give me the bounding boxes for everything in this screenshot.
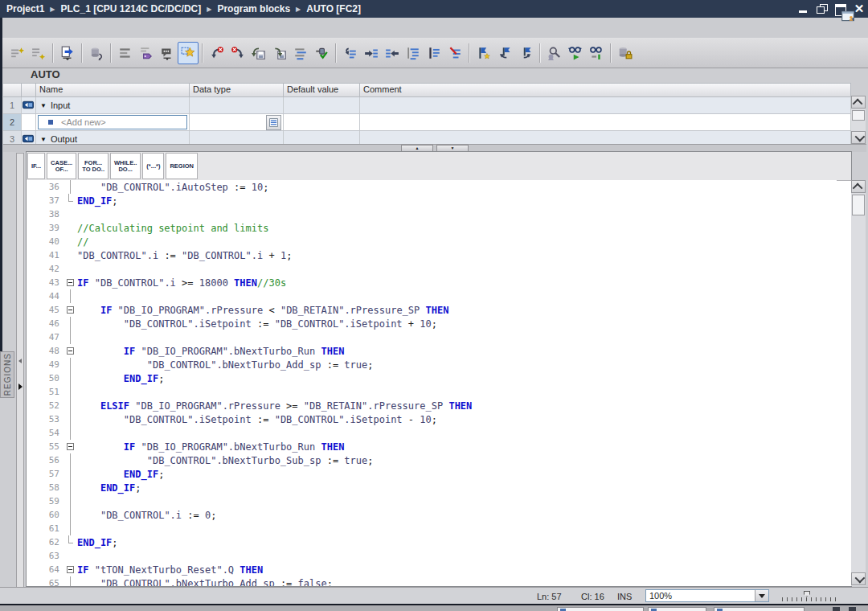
table-scroll-up-button[interactable] — [851, 96, 866, 109]
breadcrumb-item[interactable]: PLC_1 [CPU 1214C DC/DC/DC] — [61, 3, 202, 14]
column-header-name[interactable]: Name — [36, 84, 190, 96]
find-replace-icon[interactable] — [544, 42, 565, 64]
check-consistency-icon[interactable] — [311, 42, 332, 64]
editor-bar-partial-icon — [833, 607, 840, 611]
update-block-call-icon[interactable] — [248, 42, 269, 64]
comment-cell[interactable] — [360, 97, 851, 113]
comment-cell[interactable] — [360, 114, 851, 130]
minimize-button[interactable] — [798, 4, 809, 14]
data-type-cell[interactable] — [190, 114, 284, 130]
column-header-blank[interactable] — [3, 84, 22, 96]
name-cell[interactable]: ▼Input — [36, 97, 190, 113]
editor-scroll-thumb[interactable] — [852, 195, 865, 215]
code-text: END_IF; — [77, 537, 118, 548]
define-tag-icon[interactable] — [136, 42, 157, 64]
open-detached-window-icon[interactable] — [837, 5, 858, 27]
expand-all-icon[interactable] — [290, 42, 311, 64]
restore-down-button[interactable] — [817, 4, 828, 14]
regions-panel-tab[interactable]: REGIONS — [0, 351, 14, 398]
section-icon — [23, 100, 35, 112]
line-number: 50 — [27, 373, 63, 383]
editor-vertical-scrollbar[interactable] — [851, 180, 866, 586]
code-area[interactable]: 36 "DB_CONTROL".iAutoStep := 10;37END_IF… — [27, 180, 837, 586]
fold-column — [63, 317, 77, 330]
monitor-start-icon[interactable] — [565, 42, 586, 64]
splitter-arrow-right-icon[interactable] — [18, 383, 23, 390]
breadcrumb-item[interactable]: Program blocks — [217, 3, 290, 14]
fold-column — [63, 221, 77, 235]
code-line: 45 IF "DB_IO_PROGRAM".rPressure < "DB_RE… — [27, 303, 837, 317]
add-new-input[interactable]: <Add new> — [38, 115, 187, 129]
previous-error-icon[interactable] — [207, 42, 227, 64]
keep-actual-values-icon[interactable] — [86, 42, 107, 64]
fold-collapse-icon[interactable] — [67, 347, 74, 355]
auto-format-icon[interactable] — [403, 42, 424, 64]
table-row-1[interactable]: 1▼Input — [3, 97, 851, 114]
next-error-icon[interactable] — [227, 42, 248, 64]
column-header-blank[interactable] — [22, 84, 36, 96]
next-bookmark-icon[interactable] — [515, 42, 536, 64]
snippet-while-tab[interactable]: WHILE..DO... — [110, 153, 141, 179]
toolbar-separator — [610, 43, 612, 63]
rename-tag-icon[interactable] — [157, 42, 178, 64]
snippet-if-tab[interactable]: IF... — [27, 153, 45, 179]
data-type-cell[interactable] — [190, 97, 284, 113]
column-header-data-type[interactable]: Data type — [190, 84, 284, 96]
breadcrumb-item[interactable]: AUTO [FC2] — [306, 3, 361, 14]
snippets-icon[interactable] — [178, 42, 199, 64]
snippet-for-tab[interactable]: FOR...TO DO.. — [78, 153, 108, 179]
outdent-icon[interactable] — [382, 42, 403, 64]
snippet-region-tab[interactable]: REGION — [166, 153, 198, 179]
expand-arrow-icon[interactable]: ▼ — [40, 136, 47, 143]
editor-scroll-up-button[interactable] — [851, 180, 866, 193]
editor-bar-button[interactable] — [714, 607, 805, 611]
scl-editor: IF...CASE...OF...FOR...TO DO..WHILE..DO.… — [26, 151, 852, 587]
zoom-slider[interactable] — [782, 591, 840, 601]
fold-guide-line — [70, 508, 71, 522]
splitter-arrow-left-icon[interactable] — [18, 359, 22, 363]
line-number: 59 — [27, 496, 63, 506]
zoom-level-dropdown[interactable]: 100% — [645, 589, 769, 602]
table-row-2[interactable]: 2<Add new> — [3, 114, 851, 131]
zoom-slider-handle[interactable] — [804, 591, 810, 597]
table-scroll-down-button[interactable] — [851, 131, 866, 144]
previous-bookmark-icon[interactable] — [494, 42, 515, 64]
insert-line-before-icon[interactable] — [7, 42, 28, 64]
network-overview-icon[interactable] — [115, 42, 136, 64]
line-number: 52 — [27, 400, 63, 411]
regions-splitter-bar[interactable] — [16, 153, 24, 603]
editor-scroll-down-button[interactable] — [851, 572, 866, 585]
column-header-comment[interactable]: Comment — [360, 84, 851, 96]
fold-collapse-icon[interactable] — [67, 306, 74, 314]
fold-collapse-icon[interactable] — [67, 279, 74, 286]
monitor-step-icon[interactable] — [586, 42, 607, 64]
column-header-default-value[interactable]: Default value — [284, 84, 360, 96]
editor-bar-button[interactable] — [648, 607, 706, 611]
expand-arrow-icon[interactable]: ▼ — [40, 102, 47, 109]
default-value-cell[interactable] — [284, 97, 360, 113]
synchronize-block-icon[interactable] — [269, 42, 290, 64]
join-lines-icon[interactable] — [444, 42, 465, 64]
default-value-cell[interactable] — [284, 114, 360, 130]
mark-lines-icon[interactable] — [424, 42, 444, 64]
code-line: 49 "DB_CONTROL".bNextTurbo_Add_sp := tru… — [27, 358, 837, 371]
table-scroll-thumb[interactable] — [852, 110, 865, 121]
snippet-comment-tab[interactable]: (*...*) — [142, 153, 164, 179]
indent-icon[interactable] — [361, 42, 382, 64]
fold-collapse-icon[interactable] — [67, 566, 74, 573]
set-bookmark-icon[interactable] — [473, 42, 494, 64]
editor-bar-button[interactable] — [557, 607, 644, 611]
snippet-case-tab[interactable]: CASE...OF... — [47, 153, 76, 179]
name-cell[interactable]: <Add new> — [36, 114, 190, 130]
line-number: 44 — [27, 291, 63, 301]
goto-definition-icon[interactable] — [57, 42, 78, 64]
data-type-browse-button[interactable] — [266, 115, 281, 130]
dropdown-arrow-icon[interactable] — [755, 590, 768, 601]
db-protection-icon[interactable] — [615, 42, 636, 64]
breadcrumb-item[interactable]: Project1 — [6, 3, 44, 14]
table-vertical-scrollbar[interactable] — [851, 96, 866, 144]
code-line: 41"DB_CONTROL".i := "DB_CONTROL".i + 1; — [27, 248, 837, 262]
insert-line-after-icon[interactable] — [28, 42, 49, 64]
goto-previous-point-icon[interactable] — [340, 42, 361, 64]
fold-collapse-icon[interactable] — [67, 443, 74, 450]
